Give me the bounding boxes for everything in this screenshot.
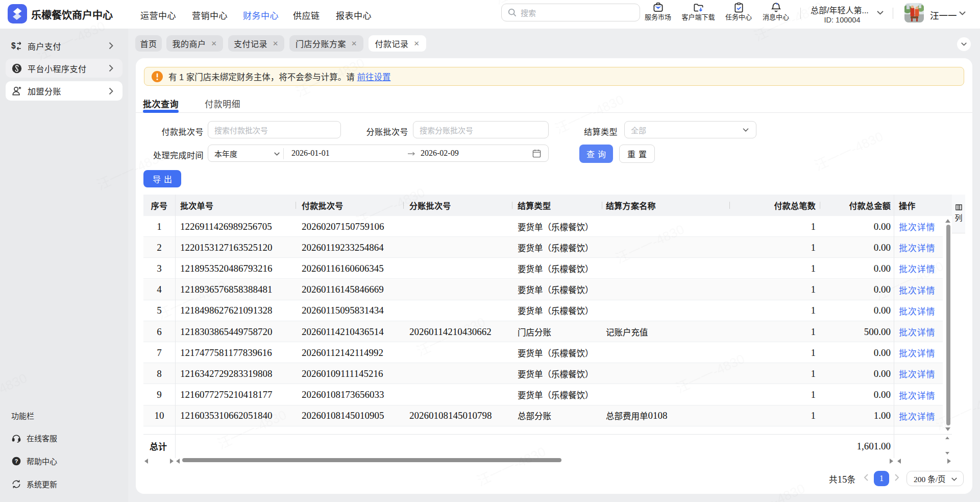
svg-text:?: ? — [15, 458, 18, 464]
svg-text:$: $ — [11, 41, 16, 50]
